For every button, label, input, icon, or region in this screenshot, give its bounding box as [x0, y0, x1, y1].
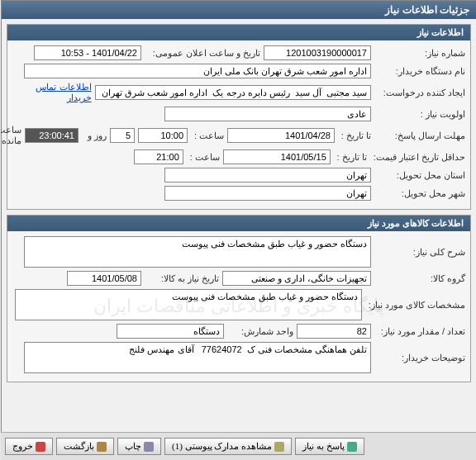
- field-city[interactable]: [164, 186, 370, 201]
- label-reply-deadline: مهلت ارسال پاسخ:: [374, 130, 464, 141]
- back-button[interactable]: بازگشت: [55, 438, 113, 455]
- label-item-spec: مشخصات کالای مورد نیاز:: [364, 300, 464, 311]
- link-contact-buyer[interactable]: اطلاعات تماس خریدار: [12, 82, 91, 103]
- label-announce-date: تاریخ و ساعت اعلان عمومی:: [144, 48, 259, 59]
- field-announce-date[interactable]: [33, 45, 140, 60]
- window-title: جزئیات اطلاعات نیاز: [384, 4, 469, 16]
- field-reply-time[interactable]: [137, 128, 187, 143]
- label-price-validity: حداقل تاریخ اعتبار قیمت:: [369, 152, 464, 163]
- field-goods-group[interactable]: [221, 271, 370, 286]
- section-goods-info: اطلاعات کالاهای مورد نیاز پایگاه خبری و …: [6, 215, 470, 382]
- exit-button-label: خروج: [12, 441, 32, 452]
- field-buyer-org[interactable]: [23, 64, 370, 78]
- field-countdown: [24, 128, 78, 143]
- label-need-date: تاریخ نیاز به کالا:: [144, 273, 218, 284]
- attachments-button[interactable]: مشاهده مدارک پیوستی (1): [164, 438, 291, 455]
- label-general-desc: شرح کلی نیاز:: [374, 247, 464, 258]
- label-to-date-1: تا تاریخ :: [337, 130, 370, 141]
- field-unit[interactable]: [116, 324, 223, 339]
- field-general-desc[interactable]: [23, 236, 370, 268]
- reply-button-label: پاسخ به نیاز: [302, 441, 344, 452]
- field-reply-to-date[interactable]: [226, 128, 334, 143]
- reply-button[interactable]: پاسخ به نیاز: [294, 438, 364, 455]
- label-priority: اولویت نیاز :: [374, 109, 464, 120]
- label-time-2: ساعت :: [186, 152, 219, 163]
- label-request-no: شماره نیاز:: [374, 48, 464, 59]
- back-icon: [96, 442, 106, 452]
- print-button-label: چاپ: [124, 441, 140, 452]
- field-need-date[interactable]: [66, 271, 140, 286]
- window: جزئیات اطلاعات نیاز اطلاعات نیاز شماره ن…: [0, 0, 476, 460]
- print-button[interactable]: چاپ: [117, 438, 160, 455]
- label-unit: واحد شمارش:: [226, 326, 293, 337]
- label-to-date-2: تا تاریخ :: [333, 152, 366, 163]
- section-request-info: اطلاعات نیاز شماره نیاز: تاریخ و ساعت اع…: [6, 24, 470, 210]
- label-city: شهر محل تحویل:: [374, 188, 464, 199]
- label-buyer-notes: توضیحات خریدار:: [374, 353, 464, 363]
- section-header-goods: اطلاعات کالاهای مورد نیاز: [7, 216, 469, 231]
- label-qty: تعداد / مقدار مورد نیاز:: [374, 326, 464, 337]
- field-creator[interactable]: [94, 85, 370, 100]
- field-item-spec[interactable]: [14, 289, 361, 320]
- field-qty[interactable]: [296, 324, 370, 339]
- footer-toolbar: پاسخ به نیاز مشاهده مدارک پیوستی (1) چاپ…: [0, 432, 475, 460]
- label-creator: ایجاد کننده درخواست:: [374, 88, 464, 98]
- label-days-and: روز و: [81, 130, 106, 141]
- window-title-bar: جزئیات اطلاعات نیاز: [1, 1, 475, 19]
- back-button-label: بازگشت: [63, 441, 93, 452]
- attachments-button-label: مشاهده مدارک پیوستی (1): [171, 441, 271, 452]
- exit-button[interactable]: خروج: [4, 438, 52, 455]
- reply-icon: [346, 442, 356, 452]
- field-price-time[interactable]: [133, 149, 183, 164]
- field-days-left: [109, 128, 134, 143]
- attachment-icon: [274, 442, 283, 452]
- field-request-no[interactable]: [263, 45, 370, 60]
- label-time-1: ساعت :: [190, 130, 223, 141]
- field-price-to-date[interactable]: [222, 149, 330, 164]
- print-icon: [143, 442, 153, 452]
- label-goods-group: گروه کالا:: [374, 273, 464, 284]
- label-province: استان محل تحویل:: [374, 170, 464, 181]
- field-buyer-notes[interactable]: [23, 342, 370, 373]
- exit-icon: [35, 442, 45, 452]
- label-remaining: ساعت باقی مانده: [0, 125, 21, 146]
- field-province[interactable]: [164, 168, 370, 183]
- section-header-request: اطلاعات نیاز: [7, 25, 469, 40]
- label-buyer-org: نام دستگاه خریدار:: [374, 66, 464, 77]
- field-priority[interactable]: [164, 107, 370, 121]
